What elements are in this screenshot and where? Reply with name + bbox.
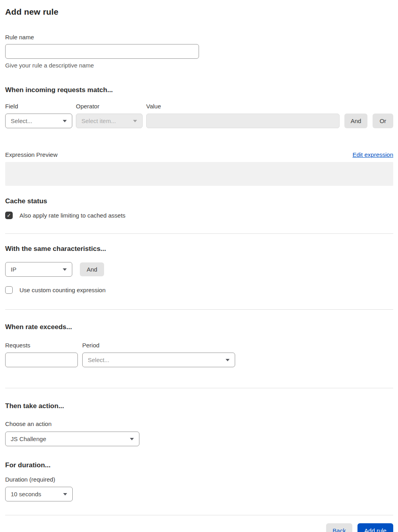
field-select-value: Select... xyxy=(11,118,32,124)
characteristics-select-value: IP xyxy=(11,266,16,273)
action-select-value: JS Challenge xyxy=(11,436,46,442)
duration-label: Duration (required) xyxy=(5,476,393,483)
back-button[interactable]: Back xyxy=(326,523,352,532)
characteristics-title: With the same characteristics... xyxy=(5,245,393,253)
rate-section-title: When rate exceeds... xyxy=(5,323,393,331)
value-label: Value xyxy=(146,103,340,110)
action-section-title: Then take action... xyxy=(5,402,393,410)
choose-action-label: Choose an action xyxy=(5,420,393,427)
rule-name-helper: Give your rule a descriptive name xyxy=(5,62,393,69)
characteristics-row: IP And xyxy=(5,262,393,277)
operator-select: Select item... xyxy=(76,114,143,128)
value-input xyxy=(146,114,340,128)
cached-assets-checkbox[interactable]: ✓ xyxy=(5,212,13,219)
rule-name-label: Rule name xyxy=(5,34,393,40)
divider xyxy=(5,388,393,388)
operator-select-value: Select item... xyxy=(81,118,116,124)
duration-select[interactable]: 10 seconds xyxy=(5,487,73,501)
counting-expression-checkbox[interactable] xyxy=(5,286,13,294)
or-button[interactable]: Or xyxy=(373,114,393,128)
duration-section-title: For duration... xyxy=(5,461,393,469)
divider xyxy=(5,309,393,310)
characteristics-and-button[interactable]: And xyxy=(80,262,104,276)
divider xyxy=(5,515,393,515)
edit-expression-link[interactable]: Edit expression xyxy=(352,151,393,158)
field-select[interactable]: Select... xyxy=(5,114,72,128)
chevron-down-icon xyxy=(63,268,67,271)
chevron-down-icon xyxy=(130,438,134,440)
footer-actions: Back Add rule xyxy=(5,523,393,532)
requests-input[interactable] xyxy=(5,353,78,367)
expression-header: Expression Preview Edit expression xyxy=(5,151,393,158)
characteristics-select[interactable]: IP xyxy=(5,262,72,277)
requests-label: Requests xyxy=(5,342,78,349)
rule-name-input[interactable] xyxy=(5,44,199,59)
rate-row: Requests Period Select... xyxy=(5,342,393,367)
chevron-down-icon xyxy=(133,120,137,122)
check-icon: ✓ xyxy=(7,213,11,218)
chevron-down-icon xyxy=(63,120,67,122)
period-select-value: Select... xyxy=(88,357,109,363)
divider xyxy=(5,233,393,234)
operator-label: Operator xyxy=(76,103,143,110)
match-section-title: When incoming requests match... xyxy=(5,86,393,94)
and-button[interactable]: And xyxy=(344,114,367,128)
expression-preview-label: Expression Preview xyxy=(5,151,58,158)
field-label: Field xyxy=(5,103,72,110)
chevron-down-icon xyxy=(63,493,67,495)
period-label: Period xyxy=(82,342,235,349)
cache-status-checkbox-row: ✓ Also apply rate limiting to cached ass… xyxy=(5,212,393,219)
chevron-down-icon xyxy=(226,359,230,361)
cached-assets-checkbox-label: Also apply rate limiting to cached asset… xyxy=(19,212,126,219)
page-title: Add new rule xyxy=(5,7,393,17)
counting-expression-checkbox-row: Use custom counting expression xyxy=(5,286,393,294)
action-select[interactable]: JS Challenge xyxy=(5,432,139,446)
period-select[interactable]: Select... xyxy=(82,353,235,367)
counting-expression-checkbox-label: Use custom counting expression xyxy=(19,287,106,293)
expression-preview-box xyxy=(5,162,393,186)
match-row: Field Select... Operator Select item... … xyxy=(5,103,393,128)
cache-status-title: Cache status xyxy=(5,197,393,205)
duration-select-value: 10 seconds xyxy=(11,491,41,497)
add-rule-form: Add new rule Rule name Give your rule a … xyxy=(0,0,398,532)
add-rule-button[interactable]: Add rule xyxy=(357,523,393,532)
